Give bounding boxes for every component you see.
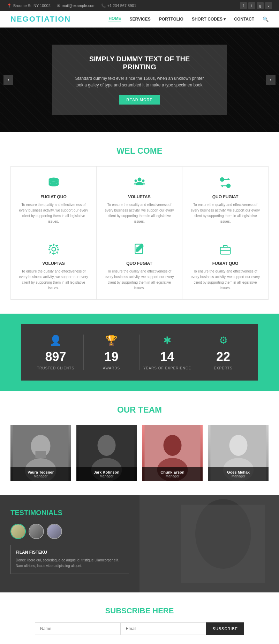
- navbar: NEGOTIATION HOME SERVICES PORTFOLIO SHOR…: [0, 11, 279, 28]
- stat-number-awards: 19: [84, 350, 139, 364]
- testimonial-author: FILAN FISTEKU: [16, 550, 124, 555]
- svg-point-1: [137, 178, 141, 182]
- avatar-2[interactable]: [29, 524, 44, 539]
- stat-clients: 👤 897 TRUSTED CLIENTS: [28, 335, 84, 370]
- team-info-2: Jark Kohnson Manager: [76, 467, 137, 481]
- google-icon[interactable]: g: [257, 2, 264, 9]
- hero-next-button[interactable]: ›: [266, 75, 276, 85]
- service-desc-3: To ensure the quality and effectiveness …: [189, 202, 261, 224]
- stat-awards: 🏆 19 AWARDS: [84, 335, 140, 370]
- edit-icon: [132, 242, 147, 257]
- avatar-3[interactable]: [47, 524, 62, 539]
- team-info-1: Vaura Tegsner Manager: [10, 467, 71, 481]
- top-bar-info: 📍 Broome St, NY 10002. ✉ mail@example.co…: [7, 3, 136, 8]
- hero-subtitle: Standard dummy text ever since the 1500s…: [73, 75, 206, 89]
- team-photo-2: Jark Kohnson Manager: [76, 425, 137, 481]
- team-role-1: Manager: [13, 474, 68, 478]
- testimonials-section: TESTIMONIALS FILAN FISTEKU Donec libero …: [0, 495, 279, 592]
- map-icon: 📍: [7, 3, 12, 8]
- phone-icon: 📞: [101, 3, 106, 8]
- experts-icon: ⚙: [195, 335, 251, 346]
- awards-icon: 🏆: [84, 335, 139, 346]
- hero-read-more-button[interactable]: READ MORE: [119, 95, 160, 105]
- database-icon: [46, 175, 61, 190]
- service-name-3: QUO FUGIAT: [189, 194, 261, 199]
- team-card-2: Jark Kohnson Manager: [76, 425, 137, 481]
- search-icon[interactable]: 🔍: [263, 16, 269, 22]
- service-card-4: VOLUPTAS To ensure the quality and effec…: [11, 233, 97, 299]
- team-name-2: Jark Kohnson: [79, 470, 134, 474]
- team-info-4: Goes Mehak Manager: [208, 467, 269, 481]
- stat-number-clients: 897: [28, 350, 83, 364]
- service-desc-6: To ensure the quality and effectiveness …: [189, 269, 261, 291]
- briefcase-icon: [218, 242, 233, 257]
- phone-info: 📞 +1 234 567 8901: [101, 3, 136, 8]
- team-role-3: Manager: [145, 474, 200, 478]
- twitter-icon[interactable]: t: [248, 2, 255, 9]
- nav-home[interactable]: HOME: [108, 16, 121, 22]
- stat-label-clients: TRUSTED CLIENTS: [28, 366, 83, 370]
- team-role-2: Manager: [79, 474, 134, 478]
- logo: NEGOTIATION: [10, 15, 71, 24]
- people-icon: [132, 175, 147, 190]
- service-card-5: QUO FUGIAT To ensure the quality and eff…: [97, 233, 182, 299]
- service-card-1: FUGIAT QUO To ensure the quality and eff…: [11, 167, 97, 233]
- top-bar: 📍 Broome St, NY 10002. ✉ mail@example.co…: [0, 0, 279, 11]
- subscribe-email-input[interactable]: [121, 622, 206, 635]
- facebook-icon[interactable]: f: [240, 2, 247, 9]
- team-card-1: Vaura Tegsner Manager: [10, 425, 71, 481]
- social-links: f t g v: [240, 2, 272, 9]
- service-name-1: FUGIAT QUO: [18, 194, 89, 199]
- team-photo-4: Goes Mehak Manager: [208, 425, 269, 481]
- svg-point-6: [52, 247, 55, 251]
- stat-experience: ✱ 14 YEARS OF EXPERIENCE: [140, 335, 195, 370]
- svg-point-21: [164, 435, 182, 456]
- team-role-4: Manager: [211, 474, 266, 478]
- nav-portfolio[interactable]: PORTFOLIO: [159, 17, 183, 22]
- nav-contact[interactable]: CONTACT: [234, 17, 254, 22]
- subscribe-button[interactable]: SUBSCRIBE: [206, 622, 244, 635]
- nav-services[interactable]: SERVICES: [129, 17, 150, 22]
- svg-point-18: [98, 435, 116, 456]
- service-name-2: VOLUPTAS: [104, 194, 175, 199]
- avatar-1[interactable]: [10, 524, 26, 539]
- team-name-4: Goes Mehak: [211, 470, 266, 474]
- service-name-4: VOLUPTAS: [18, 261, 89, 266]
- team-grid: Vaura Tegsner Manager Jark Kohnson Manag…: [10, 425, 269, 481]
- stat-label-experience: YEARS OF EXPERIENCE: [140, 366, 195, 370]
- testimonial-text: Donec libero dui, scelerisque ac augue i…: [16, 558, 124, 569]
- welcome-title: WEL COME: [10, 146, 269, 156]
- stat-label-awards: AWARDS: [84, 366, 139, 370]
- clients-icon: 👤: [28, 335, 83, 346]
- testimonials-left: TESTIMONIALS FILAN FISTEKU Donec libero …: [0, 495, 140, 592]
- subscribe-form: SUBSCRIBE: [35, 622, 244, 635]
- hero-prev-button[interactable]: ‹: [3, 75, 13, 85]
- team-section: OUR TEAM Vaura Tegsner Manager: [0, 391, 279, 495]
- service-desc-5: To ensure the quality and effectiveness …: [104, 269, 175, 291]
- testimonial-box: FILAN FISTEKU Donec libero dui, sceleris…: [10, 545, 129, 574]
- team-photo-3: Chunk Erson Manager: [142, 425, 203, 481]
- nav-shortcodes[interactable]: SHORT CODES ▾: [192, 17, 226, 22]
- testimonials-bg: [140, 495, 279, 592]
- service-name-5: QUO FUGIAT: [104, 261, 175, 266]
- experience-icon: ✱: [140, 335, 195, 346]
- service-card-6: FUGIAT QUO To ensure the quality and eff…: [182, 233, 268, 299]
- vimeo-icon[interactable]: v: [265, 2, 272, 9]
- service-desc-4: To ensure the quality and effectiveness …: [18, 269, 89, 291]
- services-grid: FUGIAT QUO To ensure the quality and eff…: [10, 166, 269, 300]
- team-card-4: Goes Mehak Manager: [208, 425, 269, 481]
- hero-content: SIMPLY DUMMY TEXT OF THE PRINTING Standa…: [52, 45, 227, 115]
- subscribe-section: SUBSCRIBE HERE SUBSCRIBE: [0, 592, 279, 644]
- svg-rect-16: [36, 451, 46, 458]
- service-desc-2: To ensure the quality and effectiveness …: [104, 202, 175, 224]
- service-name-6: FUGIAT QUO: [189, 261, 261, 266]
- hero-section: ‹ SIMPLY DUMMY TEXT OF THE PRINTING Stan…: [0, 28, 279, 132]
- service-desc-1: To ensure the quality and effectiveness …: [18, 202, 89, 224]
- stat-number-experts: 22: [195, 350, 251, 364]
- stat-experts: ⚙ 22 EXPERTS: [195, 335, 251, 370]
- team-card-3: Chunk Erson Manager: [142, 425, 203, 481]
- testimonials-right: [140, 495, 279, 592]
- hero-title: SIMPLY DUMMY TEXT OF THE PRINTING: [73, 55, 206, 71]
- team-name-1: Vaura Tegsner: [13, 470, 68, 474]
- subscribe-name-input[interactable]: [35, 622, 121, 635]
